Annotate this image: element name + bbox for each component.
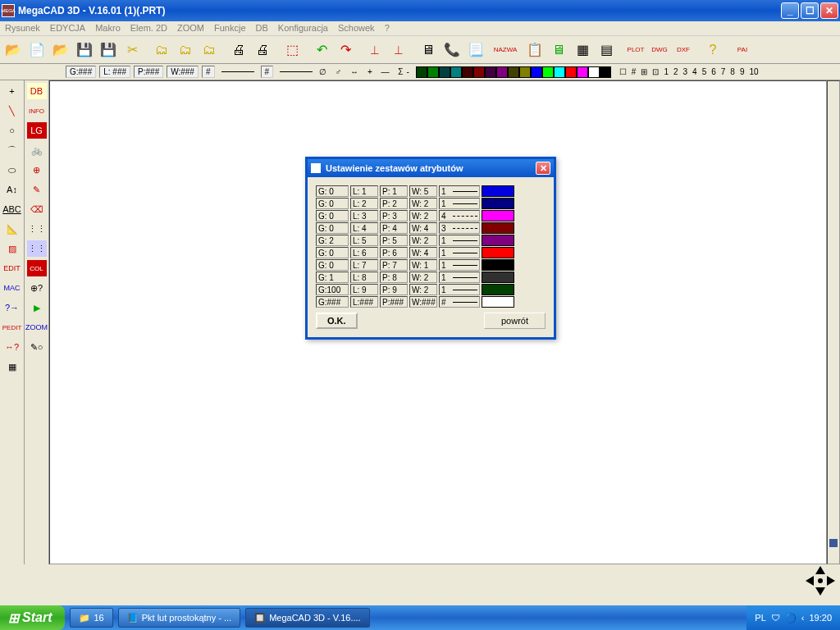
attribute-row[interactable]: G: 2L: 5P: 5W: 21: [316, 235, 546, 246]
folder2-icon[interactable]: 🗂: [174, 39, 197, 62]
folder1-icon[interactable]: 🗂: [150, 39, 173, 62]
ok-button[interactable]: O.K.: [316, 313, 358, 329]
attr-p[interactable]: P: 2: [380, 198, 408, 209]
attribute-row[interactable]: G: 1L: 8P: 8W: 21: [316, 272, 546, 283]
edit-tool[interactable]: EDIT: [2, 259, 23, 277]
clock[interactable]: 19:20: [809, 613, 832, 623]
grid-sel-tool[interactable]: ⋮⋮: [26, 240, 48, 258]
attr-p[interactable]: P: 9: [380, 284, 408, 295]
attr-linetype[interactable]: 1: [439, 272, 480, 283]
info-extra[interactable]: 4: [692, 67, 697, 76]
point-tool[interactable]: +: [2, 82, 23, 100]
attr-l[interactable]: L: 7: [350, 259, 378, 271]
dxf-icon[interactable]: DXF: [672, 39, 695, 62]
dimension-tool[interactable]: A↕: [2, 180, 23, 199]
tray-icon2[interactable]: 🔵: [785, 613, 797, 623]
menu-db[interactable]: DB: [256, 23, 268, 34]
menu-rysunek[interactable]: Rysunek: [5, 23, 40, 34]
tray-expand-icon[interactable]: ‹: [801, 613, 805, 623]
monitor-icon[interactable]: 🖥: [417, 39, 440, 62]
palette-color[interactable]: [531, 66, 542, 78]
attr-g[interactable]: G: 0: [316, 247, 349, 258]
attr-color[interactable]: [482, 185, 514, 197]
attr-linetype[interactable]: 1: [439, 198, 480, 209]
attr-p[interactable]: P:###: [380, 296, 408, 308]
menu-makro[interactable]: Makro: [95, 23, 121, 34]
info-extra[interactable]: #: [632, 67, 637, 76]
colors-tool[interactable]: ▦: [2, 358, 23, 376]
info-p[interactable]: P:###: [134, 66, 163, 78]
info-extra[interactable]: ☐: [619, 67, 627, 76]
attr-g[interactable]: G: 0: [316, 185, 349, 197]
zoom-tool[interactable]: ZOOM: [26, 318, 48, 336]
cancel-button[interactable]: powrót: [484, 313, 546, 329]
tray-icon[interactable]: 🛡: [771, 613, 780, 623]
folder3-icon[interactable]: 🗂: [198, 39, 221, 62]
attr-linetype[interactable]: 1: [439, 259, 480, 271]
attr-linetype[interactable]: #: [439, 296, 480, 308]
attr-color[interactable]: [482, 247, 514, 258]
attribute-row[interactable]: G:100L: 9P: 9W: 21: [316, 284, 546, 295]
info-g[interactable]: G:###: [66, 66, 96, 78]
palette-color[interactable]: [473, 66, 485, 78]
print-preview-icon[interactable]: 🖨: [251, 39, 274, 62]
attr-linetype[interactable]: 1: [439, 235, 480, 246]
nazwa-icon[interactable]: NAZWA: [494, 39, 517, 62]
dialog-close-button[interactable]: ✕: [536, 162, 550, 175]
help-icon[interactable]: ?: [701, 39, 724, 62]
info-extra[interactable]: 3: [683, 67, 688, 76]
pen-tool[interactable]: ✎○: [26, 338, 48, 356]
menu-funkcje[interactable]: Funkcje: [214, 23, 246, 34]
new-icon[interactable]: 📄: [25, 39, 48, 62]
info-extra[interactable]: 2: [673, 67, 678, 76]
attr-w[interactable]: W: 1: [409, 259, 437, 271]
info-extra[interactable]: 6: [711, 67, 716, 76]
pai-icon[interactable]: PAI: [731, 39, 754, 62]
db-tool[interactable]: DB: [26, 82, 48, 100]
attr-w[interactable]: W: 4: [409, 222, 437, 234]
info-extra[interactable]: 10: [749, 67, 758, 76]
palette-color[interactable]: [600, 66, 611, 78]
grid-dots-tool[interactable]: ⋮⋮: [26, 220, 48, 238]
text-tool[interactable]: ABC: [2, 200, 23, 218]
attr-l[interactable]: L: 9: [350, 284, 378, 295]
pedit-tool[interactable]: PEDIT: [2, 318, 23, 336]
bike-tool[interactable]: 🚲: [26, 141, 48, 159]
attribute-row[interactable]: G: 0L: 2P: 2W: 21: [316, 198, 546, 209]
info-extra[interactable]: 9: [740, 67, 745, 76]
system-tray[interactable]: PL 🛡 🔵 ‹ 19:20: [746, 605, 840, 630]
attr-l[interactable]: L: 5: [350, 235, 378, 246]
palette-color[interactable]: [427, 66, 439, 78]
layer-tool[interactable]: LG: [26, 121, 48, 139]
menu-help[interactable]: ?: [385, 23, 390, 34]
menu-elem2d[interactable]: Elem. 2D: [130, 23, 167, 34]
attr-w[interactable]: W: 2: [409, 198, 437, 209]
attr-color[interactable]: [482, 272, 514, 283]
line-style-preview[interactable]: [221, 71, 254, 72]
attr-g[interactable]: G: 0: [316, 198, 349, 209]
info-extra[interactable]: 7: [721, 67, 726, 76]
menu-zoom[interactable]: ZOOM: [177, 23, 204, 34]
palette-color[interactable]: [542, 66, 554, 78]
line-tool[interactable]: ╲: [2, 102, 23, 120]
attribute-row[interactable]: G: 0L: 4P: 4W: 43: [316, 222, 546, 234]
attr-p[interactable]: P: 4: [380, 222, 408, 234]
plot-icon[interactable]: PLOT: [624, 39, 647, 62]
palette-color[interactable]: [439, 66, 450, 78]
attr-g[interactable]: G: 0: [316, 222, 349, 234]
attr-w[interactable]: W: 2: [409, 210, 437, 221]
info-extra[interactable]: ⊡: [652, 67, 659, 76]
palette-color[interactable]: [450, 66, 462, 78]
palette-color[interactable]: [519, 66, 531, 78]
close-button[interactable]: ✕: [820, 2, 838, 19]
menu-edycja[interactable]: EDYCJA: [50, 23, 85, 34]
menu-schowek[interactable]: Schowek: [338, 23, 375, 34]
start-button[interactable]: ⊞Start: [0, 605, 65, 630]
lang-indicator[interactable]: PL: [755, 613, 765, 623]
attr-color[interactable]: [482, 222, 514, 234]
taskbar-item-word[interactable]: 📘 Pkt lut prostokątny - ...: [118, 608, 240, 628]
info-hash2[interactable]: #: [261, 66, 274, 78]
attr-linetype[interactable]: 4: [439, 210, 480, 221]
attr-color[interactable]: [482, 259, 514, 271]
attr-linetype[interactable]: 1: [439, 185, 480, 197]
